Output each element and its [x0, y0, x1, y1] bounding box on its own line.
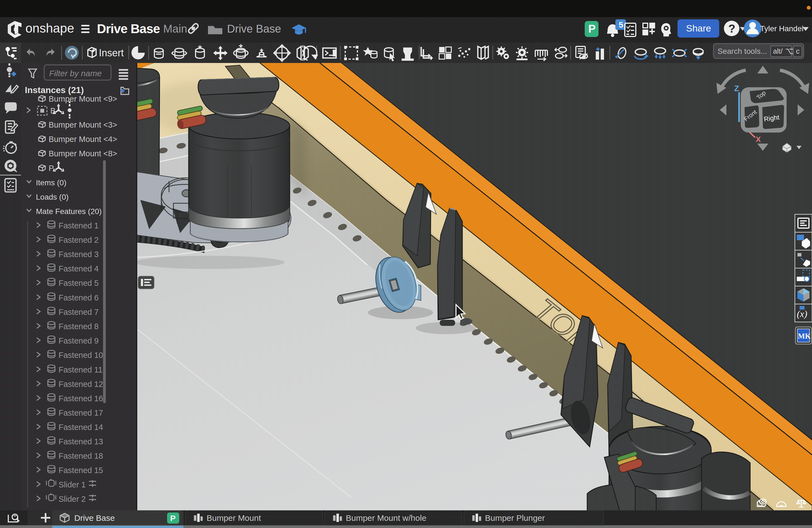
svg-text:Bumper Plunger: Bumper Plunger	[485, 513, 545, 523]
svg-text:Instances (21): Instances (21)	[25, 85, 84, 95]
svg-text:P: P	[588, 23, 596, 35]
svg-text:P: P	[170, 514, 176, 523]
svg-text:Mate Features (20): Mate Features (20)	[36, 207, 102, 216]
svg-text:Fastened 15: Fastened 15	[59, 466, 103, 475]
svg-text:Slider 2: Slider 2	[59, 495, 86, 503]
svg-text:c: c	[796, 47, 800, 55]
svg-text:Bumper Mount w/hole: Bumper Mount w/hole	[346, 513, 426, 523]
svg-text:Fastened 1: Fastened 1	[59, 221, 99, 230]
svg-text:Fastened 8: Fastened 8	[59, 322, 99, 331]
svg-text:Fastened 4: Fastened 4	[59, 264, 99, 273]
svg-text:Items (0): Items (0)	[36, 178, 66, 187]
svg-text:Fastened 18: Fastened 18	[59, 452, 103, 460]
svg-text:Tyler Handel: Tyler Handel	[760, 24, 803, 33]
svg-text:alt/: alt/	[773, 47, 783, 55]
svg-text:MK: MK	[798, 332, 811, 340]
svg-text:Bumper Mount: Bumper Mount	[207, 513, 261, 523]
svg-text:Fastened 12: Fastened 12	[59, 380, 103, 388]
svg-text:?: ?	[728, 22, 736, 35]
svg-text:Drive Base: Drive Base	[74, 513, 115, 523]
svg-text:Bumper Mount <8>: Bumper Mount <8>	[48, 149, 117, 158]
svg-text:Drive Base: Drive Base	[97, 21, 160, 36]
svg-text:Bumper Mount <9>: Bumper Mount <9>	[48, 94, 117, 103]
svg-text:Fastened 17: Fastened 17	[59, 408, 103, 417]
svg-text:Bumper Mount <3>: Bumper Mount <3>	[48, 120, 117, 129]
svg-text:Fastened 5: Fastened 5	[59, 279, 99, 288]
svg-text:Z: Z	[734, 84, 739, 93]
svg-text:Fastened 16: Fastened 16	[59, 394, 103, 403]
svg-text:Fastened 2: Fastened 2	[59, 236, 99, 245]
svg-text:Fastened 3: Fastened 3	[59, 250, 99, 259]
svg-text:Drive Base: Drive Base	[227, 23, 281, 35]
svg-text:Filter by name: Filter by name	[49, 69, 102, 78]
svg-text:Share: Share	[686, 23, 711, 33]
svg-text:Fastened 10: Fastened 10	[59, 351, 103, 360]
svg-text:Main: Main	[163, 23, 187, 35]
svg-text:Search tools...: Search tools...	[717, 47, 767, 56]
svg-text:Bumper Mount <4>: Bumper Mount <4>	[48, 135, 117, 144]
svg-text:Fastened 6: Fastened 6	[59, 293, 99, 302]
svg-text:onshape: onshape	[25, 21, 74, 35]
svg-text:Loads (0): Loads (0)	[36, 193, 69, 201]
svg-text:X: X	[756, 135, 761, 144]
svg-text:Fastened 7: Fastened 7	[59, 308, 99, 317]
svg-text:Fastened 11: Fastened 11	[59, 365, 102, 374]
svg-text:5: 5	[619, 20, 623, 29]
svg-text:Fastened 9: Fastened 9	[59, 336, 99, 345]
svg-text:(x): (x)	[797, 309, 807, 319]
svg-text:Slider 1: Slider 1	[59, 480, 86, 489]
svg-text:Fastened 14: Fastened 14	[59, 423, 103, 431]
svg-text:Insert: Insert	[99, 47, 124, 59]
svg-text:Fastened 13: Fastened 13	[59, 437, 103, 446]
